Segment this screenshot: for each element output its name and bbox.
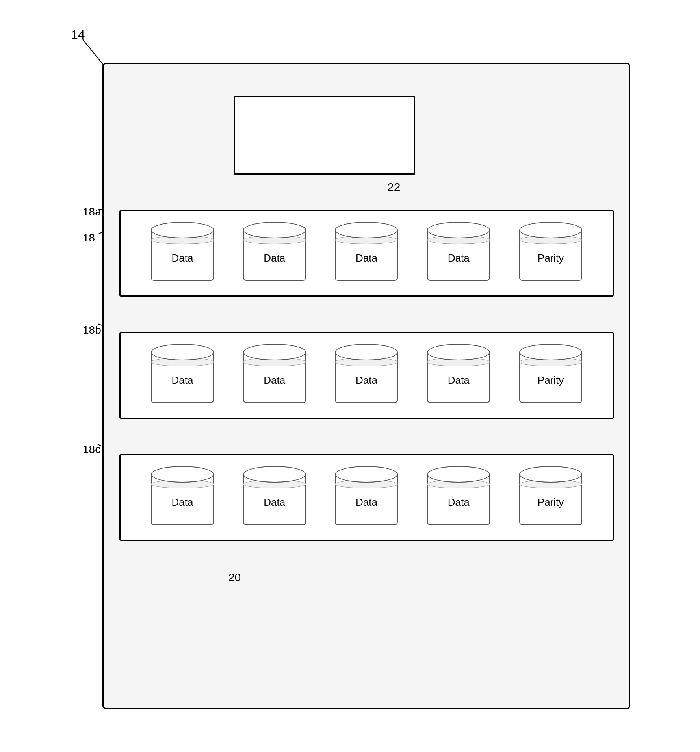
cyl-top-a5 <box>519 222 582 238</box>
cyl-top-b5 <box>519 344 582 360</box>
disk-b2: Data <box>237 341 312 410</box>
diagram-container: 14 22 Data Data <box>71 24 646 725</box>
disk-label-b2: Data <box>264 374 285 386</box>
disk-label-a1: Data <box>171 252 193 264</box>
disk-label-b4: Data <box>448 374 470 386</box>
cyl-top-c5 <box>519 466 582 483</box>
raid-group-c: Data Data Data <box>119 454 614 541</box>
disk-c4: Data <box>421 463 496 532</box>
disk-a1: Data <box>145 219 220 288</box>
cyl-top-c2 <box>243 466 306 483</box>
disk-b1: Data <box>145 341 220 410</box>
cyl-top-b3 <box>335 344 398 360</box>
disk-label-c2: Data <box>264 496 285 509</box>
outer-box: 22 Data Data <box>102 63 630 709</box>
disk-label-b5: Parity <box>538 374 564 386</box>
svg-line-0 <box>83 39 104 66</box>
label-18b: 18b <box>83 324 101 336</box>
disk-a2: Data <box>237 219 312 288</box>
cyl-top-a1 <box>151 222 214 238</box>
disk-label-b3: Data <box>356 374 377 386</box>
cyl-top-c4 <box>427 466 490 483</box>
cyl-top-b4 <box>427 344 490 360</box>
label-20: 20 <box>228 571 241 584</box>
label-14: 14 <box>71 28 85 42</box>
disk-b3: Data <box>329 341 404 410</box>
disk-b4: Data <box>421 341 496 410</box>
disk-c2: Data <box>237 463 312 532</box>
disk-label-c3: Data <box>356 496 377 509</box>
raid-group-b: Data Data Data <box>119 332 614 419</box>
disk-label-a5: Parity <box>538 252 564 264</box>
disk-c5: Parity <box>513 463 588 532</box>
disk-label-a3: Data <box>356 252 377 264</box>
label-22: 22 <box>387 180 400 194</box>
disk-a4: Data <box>421 219 496 288</box>
cyl-top-b2 <box>243 344 306 360</box>
cyl-top-a2 <box>243 222 306 238</box>
disk-a3: Data <box>329 219 404 288</box>
disk-label-a2: Data <box>264 252 285 264</box>
disk-b5: Parity <box>513 341 588 410</box>
cyl-top-c1 <box>151 466 214 483</box>
disk-label-c5: Parity <box>538 496 564 509</box>
label-18a: 18a <box>83 206 101 218</box>
cyl-top-c3 <box>335 466 398 483</box>
disk-c3: Data <box>329 463 404 532</box>
disk-label-a4: Data <box>448 252 470 264</box>
cyl-top-b1 <box>151 344 214 360</box>
raid-group-a: Data Data Data <box>119 210 614 297</box>
label-18: 18 <box>83 232 95 244</box>
disk-label-c4: Data <box>448 496 470 509</box>
disk-label-c1: Data <box>171 496 193 509</box>
disk-label-b1: Data <box>171 374 193 386</box>
label-18c: 18c <box>83 443 100 456</box>
cyl-top-a4 <box>427 222 490 238</box>
disk-a5: Parity <box>513 219 588 288</box>
disk-c1: Data <box>145 463 220 532</box>
cyl-top-a3 <box>335 222 398 238</box>
component-22 <box>234 96 415 175</box>
